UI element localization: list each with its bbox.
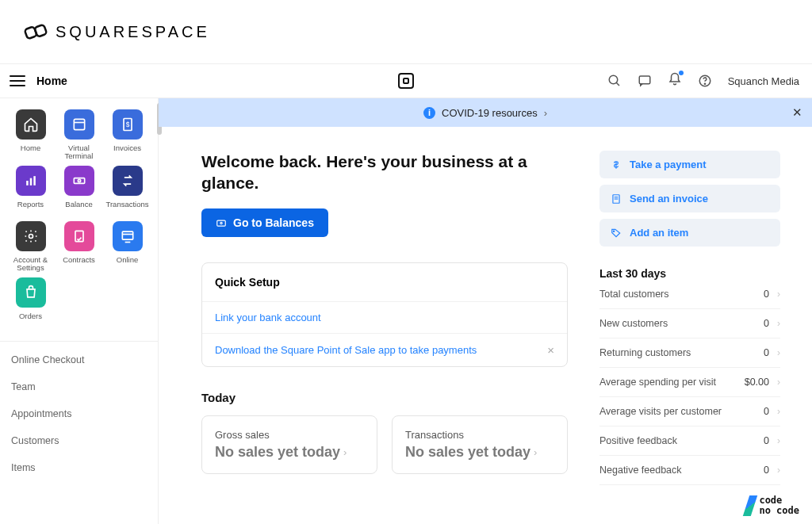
svg-point-16 xyxy=(29,234,33,238)
main-content: i COVID-19 resources › ✕ Welcome back. H… xyxy=(159,98,812,524)
welcome-heading: Welcome back. Here's your business at a … xyxy=(201,151,568,194)
svg-line-3 xyxy=(616,82,619,86)
svg-point-22 xyxy=(220,222,222,224)
sidebar-tile-transactions[interactable]: Transactions xyxy=(103,166,151,216)
tile-label: Balance xyxy=(65,201,92,216)
menu-icon[interactable] xyxy=(10,75,25,86)
sidebar-tile-balance[interactable]: Balance xyxy=(55,166,103,216)
tile-label: Home xyxy=(21,144,40,160)
card-value: No sales yet today xyxy=(215,444,340,461)
notifications-icon[interactable] xyxy=(668,72,682,90)
balances-icon xyxy=(216,217,227,228)
card-value: No sales yet today xyxy=(405,444,530,461)
take-payment-button[interactable]: Take a payment xyxy=(599,151,780,178)
button-label: Take a payment xyxy=(630,159,707,170)
watermark: code no code xyxy=(746,495,799,516)
watermark-line1: code xyxy=(759,495,799,506)
sidebar-tile-home[interactable]: Home xyxy=(6,109,55,161)
tile-label: Account & Settings xyxy=(6,256,55,273)
card-label: Gross sales xyxy=(215,429,364,441)
svg-rect-12 xyxy=(29,178,32,186)
quick-setup-panel: Quick Setup Link your bank account Downl… xyxy=(201,262,568,367)
close-icon[interactable]: ✕ xyxy=(792,105,802,120)
chevron-right-icon: › xyxy=(777,465,780,476)
page-title: Home xyxy=(36,75,67,87)
banner-text: COVID-19 resources xyxy=(442,107,538,119)
svg-rect-21 xyxy=(217,220,226,226)
add-item-button[interactable]: Add an item xyxy=(599,219,780,247)
button-label: Add an item xyxy=(630,227,688,239)
svg-rect-1 xyxy=(34,25,47,37)
search-icon[interactable] xyxy=(607,74,622,88)
watermark-line2: no code xyxy=(759,506,799,516)
messages-icon[interactable] xyxy=(638,74,652,88)
stat-returning-customers[interactable]: Returning customers0› xyxy=(599,338,780,368)
svg-rect-18 xyxy=(122,231,132,239)
button-label: Send an invoice xyxy=(630,193,708,205)
quick-setup-download-app[interactable]: Download the Square Point of Sale app to… xyxy=(202,333,567,366)
sidebar-tile-orders[interactable]: Orders xyxy=(6,277,55,328)
svg-point-2 xyxy=(609,75,618,84)
sidebar-tile-contracts[interactable]: Contracts xyxy=(55,221,103,273)
go-to-balances-button[interactable]: Go to Balances xyxy=(201,208,328,237)
send-invoice-button[interactable]: Send an invoice xyxy=(599,185,780,212)
sidebar-link-items[interactable]: Items xyxy=(0,454,158,481)
svg-point-6 xyxy=(704,83,705,84)
today-card-gross-sales[interactable]: Gross sales No sales yet today› xyxy=(201,415,377,474)
stat-avg-visits[interactable]: Average visits per customer0› xyxy=(599,397,780,426)
svg-point-15 xyxy=(78,179,80,182)
row-text: Link your bank account xyxy=(215,312,321,323)
stat-positive-feedback[interactable]: Positive feedback0› xyxy=(599,426,780,456)
dismiss-icon[interactable]: × xyxy=(547,343,554,357)
chevron-right-icon: › xyxy=(777,289,780,300)
sidebar: Home Virtual Terminal $ Invoices Reports… xyxy=(0,98,159,524)
chevron-right-icon: › xyxy=(777,377,780,388)
svg-rect-4 xyxy=(639,76,650,84)
sidebar-link-customers[interactable]: Customers xyxy=(0,427,158,454)
card-label: Transactions xyxy=(405,429,554,441)
help-icon[interactable] xyxy=(698,74,712,88)
brand-text: SQUARESPACE xyxy=(56,23,210,41)
sidebar-tile-reports[interactable]: Reports xyxy=(6,166,55,216)
notification-badge xyxy=(679,71,684,75)
tile-label: Contracts xyxy=(63,256,95,272)
stat-avg-spend[interactable]: Average spending per visit$0.00› xyxy=(599,368,780,397)
invoice-icon xyxy=(611,193,622,205)
quick-setup-link-bank[interactable]: Link your bank account xyxy=(202,301,567,333)
chevron-right-icon: › xyxy=(777,347,780,358)
stats-title: Last 30 days xyxy=(599,267,780,280)
tile-label: Online xyxy=(117,256,138,272)
sidebar-link-appointments[interactable]: Appointments xyxy=(0,400,158,427)
squarespace-icon xyxy=(24,20,48,44)
brand-bar: SQUARESPACE xyxy=(0,0,812,63)
tile-label: Virtual Terminal xyxy=(55,144,103,161)
sidebar-tile-account-settings[interactable]: Account & Settings xyxy=(6,221,55,273)
sidebar-tile-virtual-terminal[interactable]: Virtual Terminal xyxy=(55,109,103,161)
sidebar-tile-online[interactable]: Online xyxy=(103,221,151,273)
chevron-right-icon: › xyxy=(777,318,780,329)
account-name[interactable]: Squanch Media xyxy=(728,75,799,87)
svg-text:$: $ xyxy=(125,120,129,128)
sidebar-link-online-checkout[interactable]: Online Checkout xyxy=(0,346,158,373)
square-logo[interactable] xyxy=(398,73,414,89)
tile-label: Invoices xyxy=(113,144,141,160)
tile-label: Transactions xyxy=(105,201,148,216)
stat-new-customers[interactable]: New customers0› xyxy=(599,309,780,338)
button-label: Go to Balances xyxy=(233,216,314,229)
quick-setup-title: Quick Setup xyxy=(202,263,567,301)
sidebar-link-team[interactable]: Team xyxy=(0,373,158,400)
chevron-right-icon: › xyxy=(777,406,780,417)
today-card-transactions[interactable]: Transactions No sales yet today› xyxy=(392,415,568,474)
sidebar-tile-invoices[interactable]: $ Invoices xyxy=(103,109,151,161)
stat-total-customers[interactable]: Total customers0› xyxy=(599,280,780,309)
today-title: Today xyxy=(201,391,568,404)
svg-rect-13 xyxy=(33,176,36,186)
tag-icon xyxy=(611,228,622,239)
chevron-right-icon: › xyxy=(534,446,537,458)
dollar-icon xyxy=(611,159,622,170)
svg-rect-11 xyxy=(26,181,29,186)
svg-point-26 xyxy=(613,230,614,231)
svg-rect-7 xyxy=(74,119,84,129)
stat-negative-feedback[interactable]: Negative feedback0› xyxy=(599,456,780,485)
covid-banner[interactable]: i COVID-19 resources › ✕ xyxy=(159,98,812,127)
